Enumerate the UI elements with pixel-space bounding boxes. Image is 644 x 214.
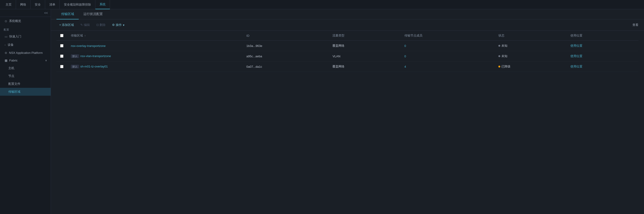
zone-name-link[interactable]: sh-m01-tz-overlay01: [80, 65, 108, 68]
sidebar-label-nodes: 节点: [8, 74, 14, 78]
top-nav: 主页 网络 安全 清单 安全规划和故障排除 系统: [0, 0, 644, 9]
row-id: a95c...aeba: [242, 51, 329, 61]
row-checkbox[interactable]: [60, 44, 64, 47]
row-id: 1b3a...963e: [242, 41, 329, 51]
row-used-by: 使用位置: [567, 41, 638, 51]
main-content: 传输区域 运行状况配置 + 添加区域 ✎ 编辑 ⊡ 删除 ⚙ 操作 ▾ 查看: [51, 9, 644, 214]
tab-health-config[interactable]: 运行状况配置: [79, 9, 108, 19]
sidebar-item-transport-zones[interactable]: 传输区域: [0, 88, 51, 96]
delete-button[interactable]: ⊡ 删除: [94, 22, 108, 28]
sidebar-group-fabric[interactable]: ▦ Fabric ∨: [0, 57, 51, 64]
sidebar-label-devices: 设备: [8, 43, 14, 47]
sidebar-section-config: 配置: [0, 25, 51, 32]
col-used-by: 使用位置: [567, 31, 638, 41]
sidebar-label-fabric: Fabric: [9, 59, 18, 62]
status-dot-icon: [498, 55, 500, 57]
sidebar-item-profiles[interactable]: 配置文件: [0, 80, 51, 88]
sidebar-label-nsx: NSX Application Platform: [9, 51, 42, 54]
edit-button[interactable]: ✎ 编辑: [78, 22, 92, 28]
default-badge: 默认: [71, 65, 79, 68]
view-label: 查看: [632, 23, 638, 27]
sidebar-item-overview[interactable]: ⊙ 系统概览: [0, 17, 51, 25]
sidebar-label-overview: 系统概览: [9, 19, 21, 23]
sidebar-item-devices[interactable]: ▫ 设备: [0, 41, 51, 49]
row-checkbox-cell: [56, 51, 67, 61]
zone-name-link[interactable]: nsx-overlay-transportzone: [71, 44, 106, 48]
transport-zones-table: 传输区域 ↑ ID 流量类型 传输节点成员 状态: [56, 31, 638, 72]
col-id: ID: [242, 31, 329, 41]
status-text: 未知: [502, 54, 508, 58]
row-transport-nodes: 0: [401, 41, 495, 51]
fabric-chevron-icon: ∨: [45, 59, 47, 62]
row-checkbox[interactable]: [60, 65, 64, 68]
status-text: 已降级: [502, 65, 510, 68]
nav-item-inventory[interactable]: 清单: [45, 0, 60, 9]
sidebar-label-hosts: 主机: [8, 66, 14, 70]
operations-chevron-icon: ▾: [123, 23, 124, 27]
use-location-link[interactable]: 使用位置: [570, 44, 582, 47]
sidebar-label-quickstart: 快速入门: [9, 34, 21, 39]
row-checkbox-cell: [56, 41, 67, 51]
row-status: 未知: [495, 41, 566, 51]
row-status: 未知: [495, 51, 566, 61]
toolbar: + 添加区域 ✎ 编辑 ⊡ 删除 ⚙ 操作 ▾ 查看: [51, 19, 644, 31]
table-row: nsx-overlay-transportzone1b3a...963e覆盖网络…: [56, 41, 638, 51]
row-traffic-type: 覆盖网络: [329, 61, 400, 72]
row-status: 已降级: [495, 61, 566, 72]
row-checkbox-cell: [56, 61, 67, 72]
fabric-icon: ▦: [5, 59, 8, 62]
use-location-link[interactable]: 使用位置: [570, 65, 582, 68]
transport-nodes-count[interactable]: 0: [404, 44, 406, 48]
sidebar-label-transport-zones: 传输区域: [8, 90, 20, 93]
row-name: nsx-overlay-transportzone: [67, 41, 242, 51]
status-dot-icon: [498, 45, 500, 47]
row-used-by: 使用位置: [567, 51, 638, 61]
main-layout: << ⊙ 系统概览 配置 ▭ 快速入门 ▫ 设备 ⊚ NSX Applicati…: [0, 9, 644, 214]
sidebar-label-profiles: 配置文件: [8, 82, 20, 85]
row-transport-nodes: 4: [401, 61, 495, 72]
col-traffic-type: 流量类型: [329, 31, 400, 41]
transport-nodes-count[interactable]: 0: [404, 54, 406, 58]
status-dot-icon: [498, 66, 500, 67]
col-name[interactable]: 传输区域 ↑: [67, 31, 242, 41]
collapse-icon[interactable]: <<: [44, 11, 48, 15]
col-checkbox: [56, 31, 67, 41]
select-all-checkbox[interactable]: [60, 34, 64, 37]
table-row: 默认sh-m01-tz-overlay010a07...da1c覆盖网络4已降级…: [56, 61, 638, 72]
row-traffic-type: VLAN: [329, 51, 400, 61]
quickstart-icon: ▭: [5, 35, 8, 38]
transport-nodes-count[interactable]: 4: [404, 65, 406, 68]
sidebar-item-nodes[interactable]: 节点: [0, 72, 51, 80]
row-traffic-type: 覆盖网络: [329, 41, 400, 51]
nav-item-system[interactable]: 系统: [95, 0, 110, 9]
table-header-row: 传输区域 ↑ ID 流量类型 传输节点成员 状态: [56, 31, 638, 41]
col-name-label: 传输区域: [71, 34, 83, 37]
operations-label: ⚙ 操作: [112, 23, 122, 27]
operations-button[interactable]: ⚙ 操作 ▾: [109, 22, 127, 28]
table-container: 传输区域 ↑ ID 流量类型 传输节点成员 状态: [51, 31, 644, 214]
row-checkbox[interactable]: [60, 54, 64, 58]
row-name: 默认nsx-vlan-transportzone: [67, 51, 242, 61]
nsx-platform-icon: ⊚: [5, 51, 7, 54]
col-status: 状态: [495, 31, 566, 41]
table-row: 默认nsx-vlan-transportzonea95c...aebaVLAN0…: [56, 51, 638, 61]
row-name: 默认sh-m01-tz-overlay01: [67, 61, 242, 72]
nav-item-planning[interactable]: 安全规划和故障排除: [60, 0, 95, 9]
sidebar-item-hosts[interactable]: 主机: [0, 64, 51, 72]
sidebar-collapse-btn[interactable]: <<: [0, 9, 51, 17]
nav-item-home[interactable]: 主页: [4, 0, 16, 9]
devices-icon: ▫: [5, 43, 6, 47]
default-badge: 默认: [71, 54, 79, 58]
tab-bar: 传输区域 运行状况配置: [51, 9, 644, 19]
nav-item-security[interactable]: 安全: [30, 0, 45, 9]
zone-name-link[interactable]: nsx-vlan-transportzone: [80, 54, 111, 58]
sort-icon: ↑: [84, 34, 86, 37]
nav-item-network[interactable]: 网络: [16, 0, 30, 9]
tab-transport-zones[interactable]: 传输区域: [56, 9, 79, 19]
add-zone-button[interactable]: + 添加区域: [56, 22, 76, 28]
use-location-link[interactable]: 使用位置: [570, 54, 582, 58]
col-transport-nodes: 传输节点成员: [401, 31, 495, 41]
sidebar-item-quickstart[interactable]: ▭ 快速入门: [0, 32, 51, 41]
sidebar-item-nsx-platform[interactable]: ⊚ NSX Application Platform: [0, 49, 51, 57]
overview-icon: ⊙: [5, 19, 7, 23]
